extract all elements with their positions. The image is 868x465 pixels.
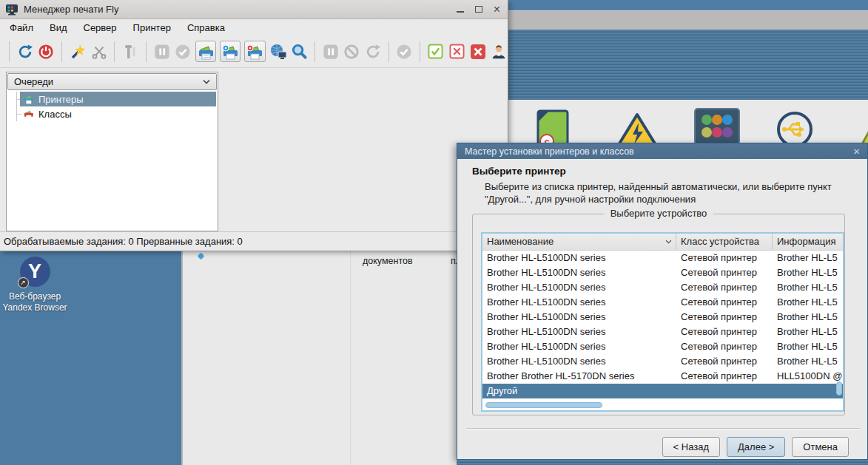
menu-help[interactable]: Справка [179,22,233,33]
cut-icon [90,42,108,61]
queues-combobox[interactable]: Очереди [7,73,217,90]
device-groupbox-title: Выберите устройство [605,208,713,219]
next-button[interactable]: Далее > [727,437,785,457]
toolbar-separator [9,41,10,62]
reject-jobs-icon[interactable] [448,42,465,61]
device-row[interactable]: Brother HL-L5100DN seriesСетевой принтер… [482,295,843,310]
tree-item-printers[interactable]: Принтеры [7,92,218,106]
device-cell-name: Brother Brother HL-5170DN series [482,369,676,384]
column-header-info[interactable]: Информация [773,234,843,250]
menu-printer[interactable]: Принтер [125,22,179,33]
pause-job-icon [322,42,340,61]
device-cell-name: Brother HL-L5100DN series [482,310,676,325]
toolbar-separator [61,41,62,62]
menu-file[interactable]: Файл [1,22,41,33]
device-cell-device_class: Сетевой принтер [676,265,773,280]
toolbar [0,35,508,68]
add-printer-button[interactable] [195,41,216,62]
vertical-scrollbar-thumb[interactable] [836,381,842,396]
queues-combobox-value: Очереди [14,76,203,87]
menu-bar: Файл Вид Сервер Принтер Справка [0,19,508,35]
device-cell-device_class: Сетевой принтер [676,369,773,384]
printer-wizard-dialog: Мастер установки принтеров и классов × В… [457,143,868,460]
printer-icon [23,94,35,104]
device-cell-name: Другой [482,384,676,398]
column-header-name[interactable]: Наименование [482,234,676,250]
toolbar-separator [146,41,147,62]
device-groupbox: Выберите устройство Наименование Класс у… [472,214,845,415]
cancel-all-jobs-icon[interactable] [469,42,487,61]
power-off-icon[interactable] [37,42,55,61]
horizontal-scrollbar-thumb[interactable] [485,402,602,408]
close-button[interactable]: × [494,5,500,14]
menu-server[interactable]: Сервер [75,22,125,33]
desktop: c [0,0,868,465]
shortcut-label-line2: Yandex Browser [1,302,68,313]
device-table-rows: Brother HL-L5100DN seriesСетевой принтер… [482,251,843,398]
toolbar-separator [314,41,315,62]
device-row[interactable]: Brother HL-L5100DN seriesСетевой принтер… [482,354,843,369]
device-row[interactable]: Brother HL-L5100DN seriesСетевой принтер… [482,251,843,265]
device-cell-name: Brother HL-L5100DN series [482,354,676,369]
print-manager-titlebar[interactable]: Менеджер печати Fly × [0,0,508,19]
background-window-topbar [508,0,868,10]
refresh-icon[interactable] [16,42,34,61]
wizard-heading: Выберите принтер [472,166,867,177]
device-cell-info: Brother HL-L5 [773,354,843,369]
device-row[interactable]: Brother HL-L5100DN seriesСетевой принтер… [482,325,843,339]
add-special-printer-button[interactable] [244,41,265,62]
configure-tool-icon [121,42,139,61]
cancel-job-icon [343,42,361,61]
sort-chevron-icon [665,240,672,244]
device-cell-info: Brother HL-L5 [773,251,843,265]
column-header-class[interactable]: Класс устройства [676,234,773,250]
pause-icon [153,42,171,61]
menu-view[interactable]: Вид [41,22,75,33]
device-cell-info: Brother HL-L5 [773,339,843,354]
cancel-button[interactable]: Отмена [792,437,849,457]
device-cell-name: Brother HL-L5100DN series [482,251,676,265]
tree-item-label: Классы [38,109,72,120]
yandex-browser-icon[interactable]: Y ↗ [20,257,50,287]
device-table: Наименование Класс устройства Информация… [481,232,844,412]
device-cell-name: Brother HL-L5100DN series [482,339,676,354]
shortcut-arrow-badge: ↗ [18,277,29,288]
device-cell-info: Brother HL-L5 [773,265,843,280]
column-header-documents: документов [363,256,413,266]
wizard-close-button[interactable]: × [853,146,860,157]
device-cell-device_class: Сетевой принтер [676,339,773,354]
buttons-separator [466,428,860,430]
add-network-printer-button[interactable] [220,41,240,62]
accept-jobs-icon[interactable] [427,42,445,61]
desktop-shortcut-yandex-browser[interactable]: Y ↗ Веб-браузер Yandex Browser [1,257,68,313]
device-cell-name: Brother HL-L5100DN series [482,280,676,295]
search-icon[interactable] [291,42,309,61]
user-icon[interactable] [491,42,508,61]
wizard-wand-icon[interactable] [69,42,87,61]
device-cell-info: Brother HL-L5 [773,310,843,325]
device-row[interactable]: Brother HL-L5100DN seriesСетевой принтер… [482,280,843,295]
network-discover-icon[interactable] [269,42,287,61]
tree-item-classes[interactable]: Классы [7,106,218,121]
device-row[interactable]: Brother HL-L5100DN seriesСетевой принтер… [482,339,843,354]
toolbar-separator [388,41,389,62]
color-palette-icon [694,108,740,145]
minimize-button[interactable] [457,7,464,13]
device-cell-device_class: Сетевой принтер [676,310,773,325]
wizard-description-line1: Выберите из списка принтер, найденный ав… [485,180,867,193]
maximize-button[interactable] [475,6,482,13]
device-row[interactable]: Brother HL-L5100DN seriesСетевой принтер… [482,310,843,325]
background-stripes-bottom [457,460,868,465]
device-row[interactable]: Brother HL-L5100DN seriesСетевой принтер… [482,265,843,280]
device-row[interactable]: Другой [482,384,843,398]
wizard-description-line2: "Другой...", для ручной настройки подклю… [485,193,867,206]
print-manager-window: Менеджер печати Fly × Файл Вид Сервер Пр… [0,0,508,251]
device-cell-name: Brother HL-L5100DN series [482,325,676,339]
wizard-titlebar[interactable]: Мастер установки принтеров и классов × [457,143,867,159]
device-row[interactable]: Brother Brother HL-5170DN seriesСетевой … [482,369,843,384]
print-manager-app-icon [5,4,18,16]
window-title: Менеджер печати Fly [24,4,457,15]
wizard-title: Мастер установки принтеров и классов [465,146,853,157]
blue-marker-icon [198,253,205,260]
back-button[interactable]: < Назад [662,437,720,457]
